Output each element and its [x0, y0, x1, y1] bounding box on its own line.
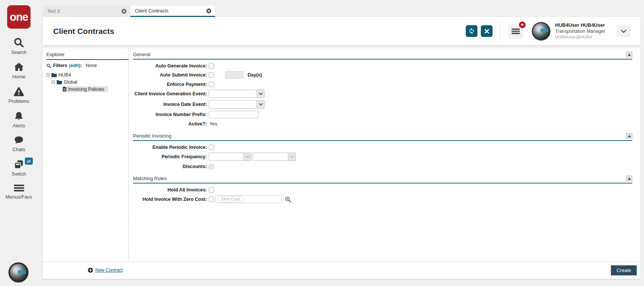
field-label: Client Invoice Generation Event:	[133, 91, 207, 96]
invoice-number-prefix-input[interactable]	[209, 111, 259, 118]
field-label: Discounts:	[133, 164, 207, 169]
user-name: HUB4User HUB4User	[555, 23, 605, 28]
field-label: Auto Submit Invoice:	[133, 72, 207, 78]
page-header: Client Contracts ★ HUB4User HUB4User Tra…	[43, 17, 641, 45]
auto-generate-invoice-checkbox[interactable]	[209, 63, 214, 69]
sidebar-item-problems[interactable]: Problems	[0, 86, 38, 104]
user-info: HUB4User HUB4User Transportation Manager…	[555, 23, 605, 40]
explorer-title: Explorer	[46, 52, 128, 60]
collapse-expander-icon[interactable]	[46, 73, 50, 76]
close-button[interactable]	[481, 25, 493, 37]
header-user-avatar[interactable]	[532, 22, 550, 40]
tab-label: Client Contracts	[135, 8, 168, 14]
star-badge: ★	[518, 21, 526, 29]
hold-all-invoices-checkbox[interactable]	[209, 187, 214, 193]
sidebar-item-switch[interactable]: ⇄ Switch	[0, 159, 38, 177]
tree-node-global[interactable]: Global	[52, 78, 128, 86]
periodic-frequency-value-select	[209, 153, 251, 161]
one-logo[interactable]: one	[7, 5, 31, 29]
sidebar-nav: Search Home Problems Alerts Chats ⇄ S	[0, 37, 38, 200]
field-row: Periodic Frequency:	[133, 153, 632, 161]
tab-close-icon[interactable]	[206, 8, 211, 14]
user-menu-chevron-button[interactable]	[616, 25, 631, 37]
sidebar-user-avatar[interactable]	[9, 263, 28, 282]
filters-label: Filters	[53, 63, 67, 68]
enable-periodic-invoice-checkbox[interactable]	[209, 145, 214, 150]
filters-value: None	[86, 63, 97, 68]
collapse-expander-icon[interactable]	[52, 80, 55, 84]
sidebar-item-menus-favs[interactable]: Menus/Favs	[0, 183, 38, 200]
section-header: Matching Rules	[133, 176, 632, 184]
form-footer: New Contract Create	[43, 261, 641, 279]
field-row: Hold All Invoices:	[133, 187, 632, 193]
collapse-section-button[interactable]	[626, 133, 632, 139]
chat-icon	[13, 135, 24, 145]
collapse-section-button[interactable]	[626, 176, 632, 181]
folder-icon	[57, 80, 62, 84]
collapse-section-button[interactable]	[626, 52, 632, 57]
sidebar-item-label: Menus/Favs	[6, 194, 32, 200]
sidebar-item-label: Chats	[12, 147, 25, 152]
header-actions: ★ HUB4User HUB4User Transportation Manag…	[466, 21, 631, 41]
field-label: Periodic Frequency:	[133, 154, 207, 159]
hold-invoice-zero-cost-checkbox[interactable]	[209, 197, 214, 202]
content-body: Explorer Filters (edit) : None	[43, 48, 641, 261]
page-title: Client Contracts	[53, 27, 114, 36]
plus-circle-icon	[88, 268, 93, 273]
close-icon	[484, 29, 490, 34]
tab-test-3[interactable]: Test 3	[43, 6, 130, 17]
main-area: Test 3 Client Contracts Client Contracts	[38, 0, 644, 286]
section-header: General	[133, 52, 632, 60]
quick-menu-button[interactable]: ★	[508, 24, 523, 39]
filters-row: Filters (edit) : None	[46, 63, 128, 68]
active-value: Yes	[210, 121, 217, 127]
sidebar-item-label: Switch	[12, 171, 26, 177]
left-sidebar: one Search Home Problems Alerts Chats	[0, 0, 38, 286]
user-id: HUB4User@HUB4	[555, 35, 605, 40]
field-label: Invoice Number Prefix:	[133, 112, 207, 117]
invoice-date-event-select[interactable]	[209, 100, 265, 109]
sidebar-item-alerts[interactable]: Alerts	[0, 110, 38, 128]
field-row: Invoice Number Prefix:	[133, 111, 632, 118]
search-icon	[13, 37, 24, 48]
selected-tree-row[interactable]: Invoicing Policies	[62, 86, 108, 92]
tab-client-contracts[interactable]: Client Contracts	[130, 6, 215, 17]
auto-submit-invoice-checkbox[interactable]	[209, 72, 214, 78]
tab-close-icon[interactable]	[121, 9, 127, 14]
sidebar-item-label: Alerts	[12, 123, 25, 128]
section-title: Periodic Invoicing	[133, 133, 171, 139]
one-logo-text: one	[10, 11, 28, 23]
field-row: Active?: Yes	[133, 121, 632, 127]
sidebar-item-chats[interactable]: Chats	[0, 135, 38, 152]
triangle-up-icon	[628, 177, 631, 180]
field-label: Auto Generate Invoice:	[133, 63, 207, 69]
triangle-up-icon	[628, 135, 631, 137]
days-suffix-label: Day(s)	[248, 72, 262, 78]
section-matching-rules: Matching Rules Hold All Invoices: Hold I…	[133, 176, 632, 209]
sidebar-item-home[interactable]: Home	[0, 61, 38, 80]
new-contract-link[interactable]: New Contract	[88, 268, 123, 273]
document-icon	[63, 87, 67, 92]
field-row: Enable Periodic Invoice:	[133, 144, 632, 150]
star-icon: ★	[520, 22, 524, 27]
explorer-tree: HUB4 Global	[46, 71, 128, 93]
header-divider	[500, 21, 500, 41]
switch-badge: ⇄	[25, 158, 33, 165]
contract-form: General Auto Generate Invoice: Auto Subm…	[129, 48, 641, 261]
client-invoice-generation-event-select[interactable]	[209, 90, 265, 98]
sidebar-item-search[interactable]: Search	[0, 37, 38, 55]
zoom-lookup-icon[interactable]	[285, 196, 291, 203]
folder-icon	[51, 73, 57, 77]
refresh-button[interactable]	[466, 25, 477, 37]
auto-submit-days-input	[225, 71, 243, 79]
zero-cost-field: Zero Cost	[216, 195, 282, 203]
enforce-payment-checkbox[interactable]	[209, 82, 214, 87]
section-general: General Auto Generate Invoice: Auto Subm…	[133, 52, 632, 133]
filters-edit-link[interactable]: (edit)	[69, 63, 81, 68]
create-button[interactable]: Create	[611, 265, 637, 275]
field-row: Enforce Payment:	[133, 81, 632, 87]
menu-icon	[511, 27, 520, 35]
tree-node-hub4[interactable]: HUB4	[46, 71, 128, 78]
field-row: Client Invoice Generation Event:	[133, 90, 632, 98]
tree-node-invoicing-policies[interactable]: Invoicing Policies	[58, 86, 128, 93]
